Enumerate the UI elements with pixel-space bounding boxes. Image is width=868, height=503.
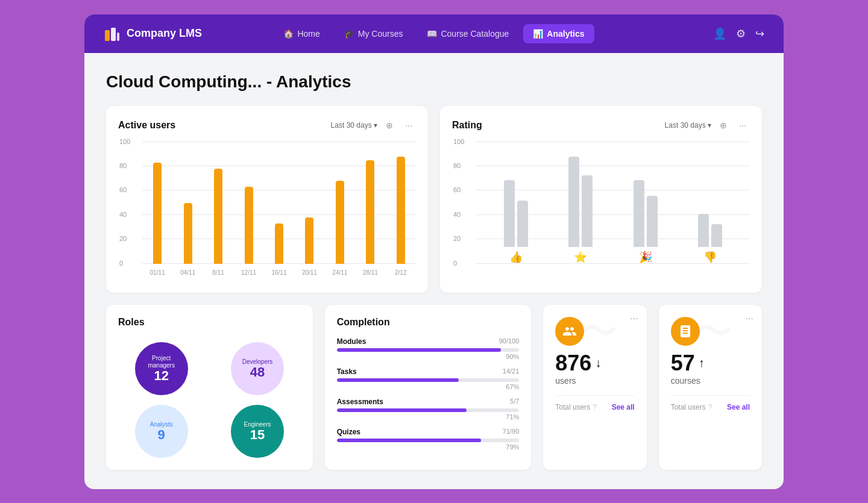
- active-users-refresh-icon[interactable]: ⊕: [382, 118, 397, 133]
- progress-bar-fill: [337, 408, 467, 412]
- completion-pct: 79%: [337, 443, 520, 451]
- rating-bar-col: 👎: [698, 142, 722, 264]
- users-stat-icon: [555, 317, 584, 346]
- courses-stat-label: courses: [671, 376, 750, 386]
- bar-x-label: 16/11: [271, 269, 286, 276]
- courses-watermark: 〜: [694, 312, 733, 351]
- nav-course-catalogue[interactable]: 📖 Course Catalogue: [417, 24, 518, 43]
- svg-rect-1: [111, 28, 116, 41]
- bar-x-label: 2/12: [395, 269, 406, 276]
- rating-more-icon[interactable]: ···: [735, 118, 750, 133]
- active-users-bars: 01/1104/118/1112/1116/1120/1124/1128/112…: [142, 142, 416, 264]
- settings-icon[interactable]: ⚙: [736, 27, 746, 40]
- rating-bar-pair: [504, 180, 528, 247]
- nav-actions: 👤 ⚙ ↪: [599, 27, 764, 40]
- users-trend-icon: ↓: [595, 356, 601, 370]
- courses-trend-icon: ↑: [699, 356, 705, 370]
- rating-bar-item: [568, 157, 579, 247]
- bar-group: 24/11: [327, 142, 353, 264]
- users-stat-number: 876 ↓: [555, 351, 634, 376]
- rating-bar-item: [504, 180, 515, 247]
- role-developers: Developers 48: [231, 342, 284, 395]
- completion-item-label: Tasks: [337, 367, 357, 376]
- bar-primary: [184, 203, 192, 264]
- courses-stat-number: 57 ↑: [671, 351, 750, 376]
- bottom-row: Roles Projectmanagers 12 Developers 48 A…: [106, 305, 762, 470]
- active-users-more-icon[interactable]: ···: [401, 118, 416, 133]
- role-engineers: Engineers 15: [231, 405, 284, 458]
- svg-rect-2: [117, 33, 119, 41]
- completion-item-label: Assessments: [337, 398, 383, 406]
- role-project-managers: Projectmanagers 12: [135, 342, 188, 395]
- roles-card: Roles Projectmanagers 12 Developers 48 A…: [106, 305, 313, 470]
- bar-primary: [153, 163, 162, 264]
- users-stat-card: ··· 〜 876 ↓ users Total users ?: [543, 305, 646, 470]
- users-stat-more-icon[interactable]: ···: [630, 313, 638, 324]
- app-name: Company LMS: [127, 27, 202, 40]
- bar-primary: [305, 217, 313, 264]
- logout-icon[interactable]: ↪: [755, 27, 764, 40]
- users-help-icon: ?: [593, 403, 597, 411]
- rating-bar-item-secondary: [647, 196, 658, 247]
- courses-see-all[interactable]: See all: [727, 403, 750, 411]
- users-see-all[interactable]: See all: [612, 403, 635, 411]
- courses-stat-footer: Total users ? See all: [671, 395, 750, 411]
- home-icon: 🏠: [283, 29, 294, 39]
- users-stat-label: users: [555, 376, 634, 386]
- progress-bar-fill: [337, 378, 459, 382]
- rating-bar-item-secondary: [582, 175, 593, 247]
- svg-rect-0: [105, 30, 110, 41]
- app-container: Company LMS 🏠 Home 🎓 My Courses 📖 Course…: [84, 14, 784, 489]
- courses-stat-icon: [671, 317, 700, 346]
- bar-primary: [245, 187, 253, 263]
- bar-x-label: 12/11: [241, 269, 256, 276]
- bar-x-label: 24/11: [332, 269, 347, 276]
- nav-analytics[interactable]: 📊 Analytics: [523, 24, 594, 43]
- roles-title: Roles: [118, 317, 145, 328]
- bar-group: 2/12: [388, 142, 414, 264]
- courses-footer-label: Total users ?: [671, 403, 712, 411]
- bar-group: 8/11: [206, 142, 231, 264]
- active-users-filter[interactable]: Last 30 days ▾: [331, 121, 377, 130]
- users-watermark: 〜: [579, 312, 618, 351]
- courses-stat-card: ··· 〜 57 ↑ courses Total users ?: [659, 305, 762, 470]
- completion-item-vals: 90/100: [499, 337, 520, 346]
- roles-header: Roles: [118, 317, 301, 328]
- active-users-card: Active users Last 30 days ▾ ⊕ ··· 100 80: [106, 106, 428, 293]
- rating-refresh-icon[interactable]: ⊕: [716, 118, 731, 133]
- completion-item-vals: 14/21: [503, 367, 520, 376]
- completion-item-label: Quizes: [337, 428, 360, 436]
- bar-x-label: 01/11: [150, 269, 165, 276]
- rating-bar-col: ⭐: [568, 142, 593, 264]
- active-users-chart: 100 80 60 40 20 0 01/1104/118/1112/1116/…: [118, 142, 416, 281]
- nav-my-courses[interactable]: 🎓 My Courses: [335, 24, 413, 43]
- courses-icon: 🎓: [344, 29, 354, 39]
- rating-bar-col: 🎉: [634, 142, 658, 264]
- bar-primary: [397, 157, 405, 264]
- active-users-meta: Last 30 days ▾ ⊕ ···: [331, 118, 416, 133]
- courses-stat-more-icon[interactable]: ···: [746, 313, 753, 324]
- bar-group: 01/11: [145, 142, 170, 264]
- nav-home[interactable]: 🏠 Home: [274, 24, 329, 43]
- completion-item: Modules 90/100 90%: [337, 337, 520, 360]
- progress-bar-bg: [337, 378, 520, 382]
- bar-group: 04/11: [175, 142, 200, 264]
- active-users-title: Active users: [118, 120, 175, 131]
- catalogue-icon: 📖: [427, 29, 437, 39]
- completion-title: Completion: [337, 317, 390, 328]
- bar-x-label: 28/11: [363, 269, 378, 276]
- rating-category-icon: 🎉: [639, 251, 652, 264]
- rating-filter[interactable]: Last 30 days ▾: [665, 121, 711, 130]
- user-icon[interactable]: 👤: [713, 27, 726, 40]
- completion-item-label: Modules: [337, 337, 366, 346]
- progress-bar-fill: [337, 348, 501, 352]
- rating-chart: 100 80 60 40 20 0 👍⭐🎉👎: [452, 142, 750, 281]
- nav-links: 🏠 Home 🎓 My Courses 📖 Course Catalogue 📊…: [269, 24, 599, 43]
- completion-items: Modules 90/100 90% Tasks 14/21 67% Asses…: [337, 337, 520, 451]
- completion-item-vals: 71/90: [503, 428, 520, 436]
- navbar: Company LMS 🏠 Home 🎓 My Courses 📖 Course…: [84, 14, 784, 53]
- completion-item: Quizes 71/90 79%: [337, 428, 520, 451]
- bar-primary: [336, 181, 344, 263]
- rating-bar-pair: [568, 157, 593, 247]
- rating-meta: Last 30 days ▾ ⊕ ···: [665, 118, 750, 133]
